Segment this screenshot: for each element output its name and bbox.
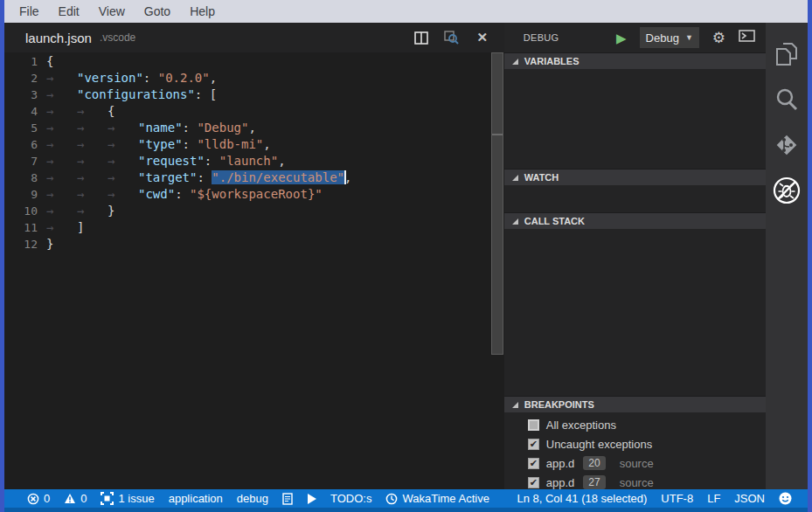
collapse-arrow-icon <box>512 218 518 225</box>
breakpoint-checkbox[interactable] <box>528 419 539 431</box>
code-token: "launch" <box>219 154 278 168</box>
warning-icon <box>64 493 76 504</box>
menu-item-view[interactable]: View <box>89 4 135 18</box>
breakpoint-checkbox[interactable]: ✔ <box>528 439 539 450</box>
code-token: "lldb-mi" <box>197 137 263 151</box>
menu-item-file[interactable]: File <box>10 4 49 18</box>
main-area: launch.json .vscode <box>4 23 808 489</box>
breakpoint-checkbox[interactable]: ✔ <box>528 458 539 469</box>
configure-gear-icon[interactable]: ⚙ <box>712 31 725 45</box>
code-line[interactable]: 11→] <box>4 219 504 236</box>
status-item-label: Ln 8, Col 41 (18 selected) <box>517 492 647 505</box>
breakpoint-row[interactable]: ✔app.d20source <box>504 453 766 473</box>
status-item-play[interactable] <box>300 494 323 504</box>
code-line[interactable]: 2→"version": "0.2.0", <box>4 70 504 86</box>
status-item-issues[interactable]: 1 issue <box>94 492 161 505</box>
split-editor-icon[interactable] <box>413 30 429 45</box>
status-item[interactable]: UTF-8 <box>654 492 700 505</box>
menu-item-goto[interactable]: Goto <box>135 4 180 18</box>
code-line[interactable]: 5→→→"name": "Debug", <box>4 120 504 136</box>
code-token: "0.2.0" <box>158 71 210 85</box>
status-item-error[interactable]: 0 <box>20 492 57 505</box>
status-item-warning[interactable]: 0 <box>57 492 94 505</box>
tab-whitespace-arrow: → <box>46 120 77 136</box>
status-item[interactable]: Ln 8, Col 41 (18 selected) <box>510 492 654 505</box>
status-item-clock[interactable]: WakaTime Active <box>378 492 496 505</box>
status-item-label: debug <box>237 492 268 505</box>
tab-whitespace-arrow: → <box>108 186 138 203</box>
section-header-watch[interactable]: WATCH <box>504 169 766 185</box>
status-item[interactable]: application <box>162 492 230 505</box>
code-token: , <box>278 154 285 168</box>
breakpoint-row[interactable]: ✔app.d27source <box>504 473 766 489</box>
collapse-arrow-icon <box>512 59 518 65</box>
section-header-variables[interactable]: VARIABLES <box>504 52 766 69</box>
line-number: 1 <box>4 53 38 70</box>
line-number: 2 <box>4 70 38 86</box>
status-item[interactable]: debug <box>230 492 275 505</box>
code-line[interactable]: 8→→→"target": "./bin/executable", <box>4 170 504 186</box>
status-item-label: 0 <box>80 492 87 505</box>
debug-toolbar: DEBUG ▶ Debug ▼ ⚙ <box>504 23 766 52</box>
git-icon[interactable] <box>766 122 808 168</box>
code-line[interactable]: 6→→→"type": "lldb-mi", <box>4 136 504 153</box>
status-item-smiley[interactable] <box>772 492 799 505</box>
debug-icon[interactable] <box>766 168 808 213</box>
status-item[interactable]: JSON <box>727 492 772 505</box>
code-line[interactable]: 7→→→"request": "launch", <box>4 153 504 170</box>
tab-whitespace-arrow: → <box>77 153 108 170</box>
close-editor-icon[interactable]: ✕ <box>475 30 490 45</box>
code-line[interactable]: 9→→→"cwd": "${workspaceRoot}" <box>4 186 504 203</box>
code-line[interactable]: 3→"configurations": [ <box>4 86 504 103</box>
breakpoint-label: app.d <box>546 476 575 489</box>
status-item-note[interactable] <box>275 493 300 505</box>
line-number: 11 <box>4 219 38 236</box>
tab-whitespace-arrow: → <box>46 219 77 236</box>
debug-config-dropdown[interactable]: Debug ▼ <box>640 27 699 48</box>
search-icon[interactable] <box>766 77 808 122</box>
menu-item-help[interactable]: Help <box>180 4 225 18</box>
play-icon <box>307 494 316 504</box>
tab-whitespace-arrow: → <box>108 170 138 186</box>
status-item[interactable]: TODO:s <box>323 492 378 505</box>
smiley-icon <box>779 492 792 505</box>
tab-whitespace-arrow: → <box>46 103 77 120</box>
line-number: 3 <box>4 86 38 103</box>
code-line[interactable]: 4→→{ <box>4 103 504 120</box>
section-header-breakpoints[interactable]: BREAKPOINTS <box>504 396 766 412</box>
tab-whitespace-arrow: → <box>77 120 108 136</box>
status-item-label: application <box>169 492 223 505</box>
breakpoint-row[interactable]: ✔Uncaught exceptions <box>504 434 766 453</box>
code-editor[interactable]: 1{2→"version": "0.2.0",3→"configurations… <box>4 52 504 489</box>
tab-whitespace-arrow: → <box>108 120 138 136</box>
code-token: } <box>46 237 53 251</box>
start-debug-button[interactable]: ▶ <box>616 31 627 45</box>
section-label: VARIABLES <box>524 56 580 66</box>
code-token: "Debug" <box>197 121 248 135</box>
status-item[interactable]: LF <box>700 492 727 505</box>
status-item-label: UTF-8 <box>661 492 693 505</box>
debug-console-icon[interactable] <box>739 30 755 45</box>
code-token: "request" <box>138 154 205 168</box>
breakpoint-checkbox[interactable]: ✔ <box>528 477 539 488</box>
editor-scrollbar[interactable] <box>491 52 503 355</box>
file-name: launch.json <box>25 31 92 45</box>
code-token: : <box>195 87 210 101</box>
section-header-call-stack[interactable]: CALL STACK <box>504 212 766 229</box>
preview-icon[interactable] <box>444 30 460 45</box>
code-line[interactable]: 1{ <box>4 53 504 70</box>
issues-icon <box>101 492 114 505</box>
line-number: 6 <box>4 136 38 153</box>
status-item-label: TODO:s <box>330 492 371 505</box>
chevron-down-icon: ▼ <box>685 33 693 42</box>
menu-item-edit[interactable]: Edit <box>49 4 89 18</box>
tab-whitespace-arrow: → <box>46 86 77 103</box>
breakpoint-row[interactable]: All exceptions <box>504 415 766 434</box>
section-label: CALL STACK <box>524 216 585 226</box>
code-line[interactable]: 10→→} <box>4 203 504 219</box>
activity-bar <box>766 23 808 489</box>
code-token: : <box>183 137 198 151</box>
code-line[interactable]: 12} <box>4 236 504 253</box>
files-icon[interactable] <box>766 31 808 77</box>
code-token: [ <box>210 87 217 101</box>
